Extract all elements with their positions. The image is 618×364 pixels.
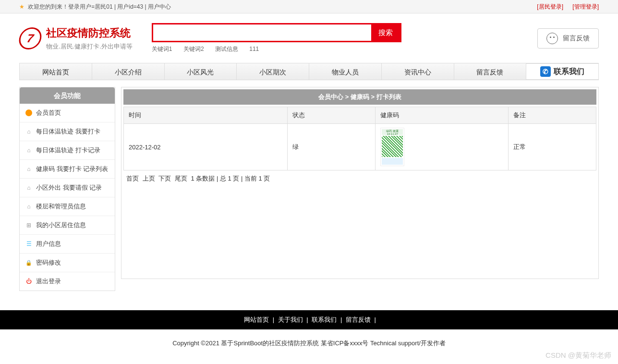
sidebar-item-home[interactable]: 会员首页	[20, 104, 115, 122]
login-admin-link[interactable]: [管理登录]	[572, 3, 599, 10]
nav-community-scenery[interactable]: 小区风光	[165, 63, 237, 80]
nav-home[interactable]: 网站首页	[20, 63, 92, 80]
nav-feedback[interactable]: 留言反馈	[454, 63, 527, 80]
star-icon: ★	[19, 3, 24, 10]
home-icon	[25, 128, 32, 135]
sidebar: 会员功能 会员首页 每日体温轨迹 我要打卡 每日体温轨迹 打卡记录 健康码 我要…	[19, 87, 115, 291]
search-button[interactable]: 搜索	[371, 24, 400, 41]
sidebar-title: 会员功能	[20, 87, 115, 104]
phone-icon: ✆	[540, 66, 551, 77]
sidebar-item-healthcode[interactable]: 健康码 我要打卡 记录列表	[20, 160, 115, 179]
cell-status: 绿	[287, 124, 375, 170]
sidebar-item-leave[interactable]: 小区外出 我要请假 记录	[20, 179, 115, 197]
home-icon	[25, 147, 32, 154]
keyword-link[interactable]: 关键词2	[183, 46, 204, 52]
site-title: 社区疫情防控系统	[46, 26, 133, 40]
user-icon	[25, 241, 32, 247]
breadcrumb: 会员中心 > 健康码 > 打卡列表	[123, 89, 596, 105]
pager-summary: 1 条数据 | 总 1 页 | 当前 1 页	[191, 175, 270, 182]
logo-text: 社区疫情防控系统 物业.居民.健康打卡.外出申请等	[46, 26, 133, 51]
sidebar-item-residence[interactable]: 我的小区居住信息	[20, 216, 115, 235]
nav-staff[interactable]: 物业人员	[309, 63, 382, 80]
col-time: 时间	[124, 107, 288, 124]
pager: 首页 上页 下页 尾页 1 条数据 | 总 1 页 | 当前 1 页	[121, 170, 598, 187]
qrcode-foot	[382, 158, 403, 165]
topbar-left: ★ 欢迎您的到来！登录用户=居民01 | 用户id=43 | 用户中心	[19, 0, 171, 13]
cell-remark: 正常	[508, 124, 596, 170]
header: 7 社区疫情防控系统 物业.居民.健康打卡.外出申请等 搜索 关键词1 关键词2…	[0, 13, 618, 56]
footer-about[interactable]: 关于我们	[278, 316, 303, 323]
table-row: 2022-12-02 绿 绿码 健康14:11:27 正常	[124, 124, 596, 170]
pager-prev[interactable]: 上页	[143, 175, 155, 182]
col-remark: 备注	[508, 107, 596, 124]
pager-first[interactable]: 首页	[126, 175, 139, 182]
nav-community-intro[interactable]: 小区介绍	[92, 63, 165, 80]
main-nav: 网站首页 小区介绍 小区风光 小区期次 物业人员 资讯中心 留言反馈 ✆ 联系我…	[19, 63, 599, 80]
sidebar-item-floor-admin[interactable]: 楼层和管理员信息	[20, 197, 115, 216]
qrcode-icon	[382, 136, 403, 157]
search-box: 搜索	[152, 23, 401, 42]
sidebar-item-temp-checkin[interactable]: 每日体温轨迹 我要打卡	[20, 122, 115, 141]
home-icon	[25, 166, 32, 172]
grid-icon	[25, 222, 32, 229]
qrcode-thumbnail: 绿码 健康14:11:27	[380, 128, 404, 166]
lock-icon	[25, 259, 32, 266]
sidebar-item-userinfo[interactable]: 用户信息	[20, 235, 115, 254]
footer-home[interactable]: 网站首页	[244, 316, 269, 323]
cell-time: 2022-12-02	[124, 124, 288, 170]
col-healthcode: 健康码	[376, 107, 509, 124]
logo-icon: 7	[17, 27, 43, 49]
logo[interactable]: 7 社区疫情防控系统 物业.居民.健康打卡.外出申请等	[19, 26, 133, 51]
home-icon	[25, 203, 32, 210]
feedback-label: 留言反馈	[563, 34, 590, 43]
pager-next[interactable]: 下页	[158, 175, 171, 182]
content: 会员中心 > 健康码 > 打卡列表 时间 状态 健康码 备注 2022-12-0…	[121, 87, 599, 279]
feedback-button[interactable]: 留言反馈	[537, 28, 599, 49]
sidebar-list: 会员首页 每日体温轨迹 我要打卡 每日体温轨迹 打卡记录 健康码 我要打卡 记录…	[20, 104, 115, 291]
topbar-right: [居民登录] [管理登录]	[529, 0, 599, 13]
site-subtitle: 物业.居民.健康打卡.外出申请等	[46, 42, 133, 51]
search-input[interactable]	[153, 24, 371, 41]
footer-feedback[interactable]: 留言反馈	[346, 316, 371, 323]
login-resident-link[interactable]: [居民登录]	[537, 3, 563, 10]
power-icon	[25, 278, 32, 285]
topbar: ★ 欢迎您的到来！登录用户=居民01 | 用户id=43 | 用户中心 [居民登…	[0, 0, 618, 13]
sidebar-item-password[interactable]: 密码修改	[20, 254, 115, 272]
keyword-link[interactable]: 测试信息	[215, 46, 238, 52]
table-header-row: 时间 状态 健康码 备注	[124, 107, 596, 124]
pager-last[interactable]: 尾页	[175, 175, 187, 182]
footer-contact[interactable]: 联系我们	[312, 316, 337, 323]
nav-community-phase[interactable]: 小区期次	[237, 63, 309, 80]
records-table: 时间 状态 健康码 备注 2022-12-02 绿 绿码 健康14:11:27	[123, 107, 596, 170]
col-status: 状态	[287, 107, 375, 124]
search: 搜索 关键词1 关键词2 测试信息 111	[152, 23, 518, 53]
nav-contact[interactable]: ✆ 联系我们	[526, 63, 598, 80]
welcome-text[interactable]: 欢迎您的到来！登录用户=居民01 | 用户id=43 | 用户中心	[28, 3, 171, 10]
qrcode-head: 绿码 健康14:11:27	[382, 129, 403, 135]
nav-news[interactable]: 资讯中心	[382, 63, 454, 80]
home-icon	[25, 184, 32, 191]
sidebar-item-logout[interactable]: 退出登录	[20, 272, 115, 291]
search-keywords: 关键词1 关键词2 测试信息 111	[152, 45, 518, 53]
footer-nav: 网站首页 | 关于我们 | 联系我们 | 留言反馈 |	[0, 310, 618, 329]
keyword-link[interactable]: 关键词1	[152, 46, 172, 52]
body: 会员功能 会员首页 每日体温轨迹 我要打卡 每日体温轨迹 打卡记录 健康码 我要…	[0, 80, 618, 301]
face-icon	[546, 33, 558, 44]
cell-healthcode[interactable]: 绿码 健康14:11:27	[376, 124, 509, 170]
dot-icon	[25, 109, 32, 116]
copyright: Copyright ©2021 基于SprintBoot的社区疫情防控系统 某省…	[0, 329, 618, 364]
keyword-link[interactable]: 111	[249, 46, 259, 52]
sidebar-item-temp-record[interactable]: 每日体温轨迹 打卡记录	[20, 141, 115, 160]
nav-contact-label: 联系我们	[554, 63, 584, 80]
